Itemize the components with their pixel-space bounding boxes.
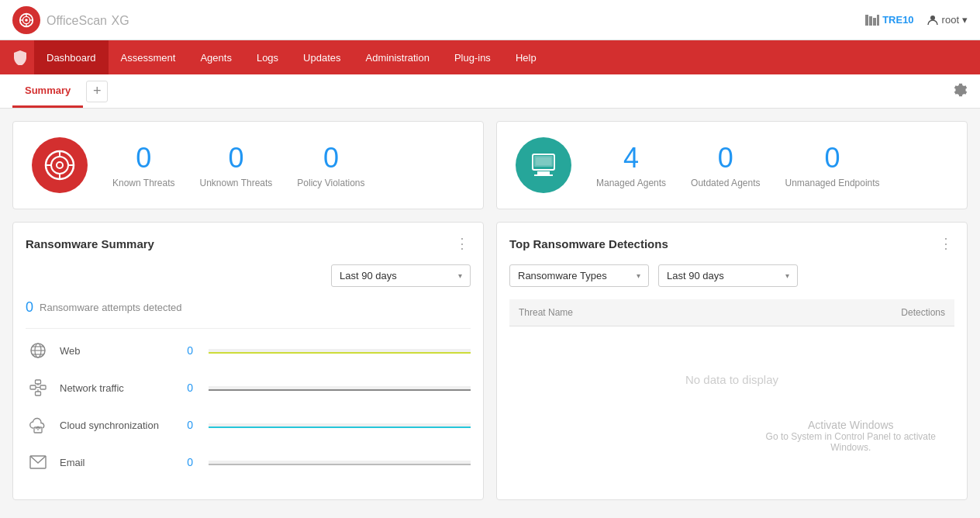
- nav-shield-icon: [6, 40, 34, 74]
- nav-administration[interactable]: Administration: [354, 40, 442, 74]
- tre-label: TRE10: [882, 14, 913, 26]
- email-progress-bar-wrap: [209, 461, 471, 464]
- nav-help[interactable]: Help: [503, 40, 549, 74]
- top-ransomware-panel-header: Top Ransomware Detections ⋮: [509, 235, 954, 252]
- ransomware-panel-header: Ransomware Summary ⋮: [26, 235, 471, 252]
- nav-dashboard[interactable]: Dashboard: [34, 40, 109, 74]
- managed-agents-value: 4: [596, 142, 666, 174]
- network-value: 0: [178, 382, 193, 394]
- managed-agents-label: Managed Agents: [596, 178, 666, 188]
- cloud-icon: [26, 413, 50, 437]
- tre-indicator[interactable]: TRE10: [865, 14, 913, 26]
- logo: OfficeScan XG: [12, 6, 129, 34]
- unknown-threats-value: 0: [200, 142, 273, 174]
- top-ransomware-date-dropdown-arrow: ▾: [785, 271, 789, 280]
- svg-rect-20: [537, 171, 550, 174]
- managed-agents-metric[interactable]: 4 Managed Agents: [596, 142, 666, 188]
- main-content: 0 Known Threats 0 Unknown Threats 0 Poli…: [0, 109, 980, 513]
- nav-logs[interactable]: Logs: [244, 40, 291, 74]
- outdated-agents-value: 0: [691, 142, 760, 174]
- threats-icon: [32, 137, 88, 193]
- network-label: Network traffic: [60, 382, 168, 394]
- attempts-label: Ransomware attempts detected: [40, 302, 182, 313]
- agents-card: 4 Managed Agents 0 Outdated Agents 0 Unm…: [496, 121, 968, 209]
- user-dropdown-arrow: ▾: [962, 14, 968, 26]
- no-data-message: No data to display: [509, 326, 954, 433]
- known-threats-label: Known Threats: [112, 178, 175, 188]
- ransomware-type-dropdown-arrow: ▾: [637, 271, 640, 280]
- top-ransomware-panel-title: Top Ransomware Detections: [509, 237, 668, 250]
- unknown-threats-label: Unknown Threats: [200, 178, 273, 188]
- svg-rect-9: [873, 18, 876, 26]
- cloud-progress-bar-wrap: [209, 423, 471, 426]
- cloud-label: Cloud synchronization: [60, 420, 168, 431]
- header-right: TRE10 root ▾: [865, 14, 968, 26]
- svg-rect-30: [36, 380, 41, 384]
- tab-summary[interactable]: Summary: [12, 74, 83, 108]
- threat-name-col-header: Threat Name: [509, 299, 749, 326]
- outdated-agents-metric[interactable]: 0 Outdated Agents: [691, 142, 760, 188]
- policy-violations-metric[interactable]: 0 Policy Violations: [297, 142, 364, 188]
- logo-name: OfficeScan XG: [47, 11, 129, 29]
- ransomware-type-dropdown-value: Ransomware Types: [518, 270, 607, 281]
- nav-plugins[interactable]: Plug-ins: [442, 40, 503, 74]
- tabs-bar: Summary +: [0, 74, 980, 109]
- svg-rect-21: [534, 174, 553, 176]
- web-progress-item: Web 0: [26, 338, 471, 363]
- ransomware-type-dropdown[interactable]: Ransomware Types ▾: [509, 264, 649, 287]
- svg-point-11: [930, 16, 935, 20]
- svg-point-2: [25, 19, 28, 22]
- unmanaged-endpoints-value: 0: [785, 142, 879, 174]
- email-value: 0: [178, 456, 193, 468]
- policy-violations-value: 0: [297, 142, 364, 174]
- detections-col-header: Detections: [749, 299, 954, 326]
- table-header-row: Threat Name Detections: [509, 299, 954, 326]
- top-ransomware-date-dropdown[interactable]: Last 90 days ▾: [658, 264, 798, 287]
- svg-rect-31: [36, 392, 41, 395]
- detections-table: Threat Name Detections: [509, 299, 954, 326]
- nav-assessment[interactable]: Assessment: [109, 40, 188, 74]
- email-icon: [26, 450, 50, 475]
- agents-metrics: 4 Managed Agents 0 Outdated Agents 0 Unm…: [596, 142, 880, 188]
- svg-rect-23: [536, 157, 551, 165]
- activate-windows-line3: Windows.: [766, 442, 936, 453]
- network-progress-item: Network traffic 0: [26, 375, 471, 400]
- network-icon: [26, 375, 50, 400]
- ransomware-date-dropdown[interactable]: Last 90 days ▾: [331, 264, 471, 287]
- top-ransomware-panel-menu[interactable]: ⋮: [939, 235, 954, 252]
- unmanaged-endpoints-label: Unmanaged Endpoints: [785, 178, 879, 188]
- threats-metrics: 0 Known Threats 0 Unknown Threats 0 Poli…: [112, 142, 365, 188]
- web-icon: [26, 338, 50, 363]
- main-nav: Dashboard Assessment Agents Logs Updates…: [0, 40, 980, 74]
- settings-icon[interactable]: [954, 83, 968, 99]
- svg-rect-7: [865, 15, 868, 26]
- svg-point-14: [57, 162, 63, 168]
- add-tab-button[interactable]: +: [86, 81, 108, 102]
- email-progress-item: Email 0: [26, 450, 471, 475]
- known-threats-value: 0: [112, 142, 175, 174]
- nav-updates[interactable]: Updates: [291, 40, 353, 74]
- known-threats-metric[interactable]: 0 Known Threats: [112, 142, 175, 188]
- unmanaged-endpoints-metric[interactable]: 0 Unmanaged Endpoints: [785, 142, 879, 188]
- app-header: OfficeScan XG TRE10 root ▾: [0, 0, 980, 40]
- bottom-row: Ransomware Summary ⋮ Last 90 days ▾ 0 Ra…: [12, 222, 968, 500]
- threats-card: 0 Known Threats 0 Unknown Threats 0 Poli…: [12, 121, 484, 209]
- unknown-threats-metric[interactable]: 0 Unknown Threats: [200, 142, 273, 188]
- top-ransomware-date-dropdown-value: Last 90 days: [667, 270, 724, 281]
- svg-rect-32: [40, 385, 46, 389]
- activate-windows-line2: Go to System in Control Panel to activat…: [766, 431, 936, 442]
- top-ransomware-panel: Top Ransomware Detections ⋮ Ransomware T…: [496, 222, 968, 500]
- web-value: 0: [178, 344, 193, 357]
- ransomware-panel-menu[interactable]: ⋮: [455, 235, 471, 252]
- agents-icon: [516, 137, 571, 193]
- svg-point-13: [51, 157, 68, 174]
- network-progress-bar-wrap: [209, 386, 471, 389]
- svg-rect-8: [869, 16, 872, 26]
- cloud-progress-item: Cloud synchronization 0: [26, 413, 471, 437]
- user-menu[interactable]: root ▾: [927, 14, 968, 26]
- ransomware-summary-panel: Ransomware Summary ⋮ Last 90 days ▾ 0 Ra…: [12, 222, 484, 500]
- attempts-row: 0 Ransomware attempts detected: [26, 299, 471, 316]
- cloud-value: 0: [178, 419, 193, 431]
- email-label: Email: [60, 457, 168, 468]
- nav-agents[interactable]: Agents: [188, 40, 243, 74]
